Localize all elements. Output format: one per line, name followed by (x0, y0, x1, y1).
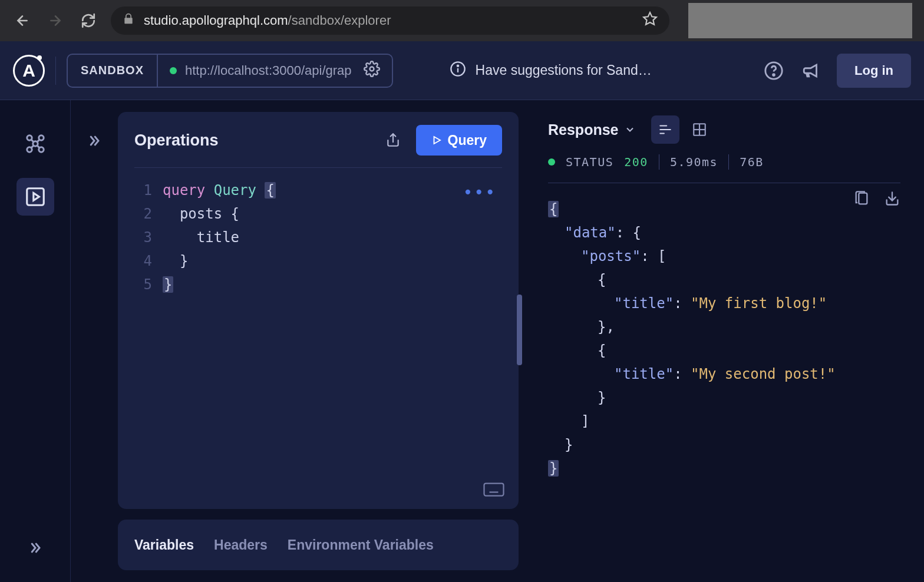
app-header: A SANDBOX http://localhost:3000/api/grap… (0, 41, 924, 100)
help-icon[interactable] (761, 58, 786, 83)
svg-rect-19 (484, 484, 504, 496)
expand-docs-button[interactable] (82, 128, 107, 153)
sandbox-endpoint[interactable]: http://localhost:3000/api/grap (158, 61, 392, 81)
run-button-label: Query (448, 133, 487, 148)
svg-point-8 (38, 135, 43, 140)
browser-extension-area (688, 3, 912, 38)
info-icon (450, 61, 466, 81)
left-rail (0, 100, 71, 582)
query-editor[interactable]: 1 2 3 4 5 query Query { posts { title }}… (134, 168, 502, 296)
status-code: 200 (624, 155, 648, 169)
status-dot-icon (548, 158, 555, 166)
svg-marker-17 (33, 193, 39, 201)
nav-back-button[interactable] (12, 10, 33, 31)
login-button[interactable]: Log in (837, 54, 911, 88)
editor-menu-button[interactable]: ••• (463, 181, 496, 204)
url-domain: studio.apollographql.com (144, 13, 288, 28)
response-size: 76B (740, 155, 764, 169)
svg-rect-16 (27, 189, 44, 206)
svg-line-12 (31, 140, 33, 141)
share-icon[interactable] (381, 128, 405, 153)
gear-icon[interactable] (364, 61, 380, 81)
keyboard-icon[interactable] (483, 482, 504, 500)
docs-collapse-column (71, 100, 118, 582)
svg-point-9 (27, 147, 31, 152)
svg-point-6 (773, 74, 775, 75)
url-bar[interactable]: studio.apollographql.com/sandbox/explore… (111, 6, 669, 35)
suggestions-banner[interactable]: Have suggestions for Sand… (450, 61, 652, 81)
separator (55, 57, 56, 85)
response-json-view-button[interactable] (651, 115, 679, 144)
svg-point-1 (369, 67, 374, 71)
response-time: 5.90ms (670, 155, 718, 169)
scrollbar-thumb[interactable] (517, 295, 522, 365)
announcement-icon[interactable] (799, 58, 824, 83)
endpoint-url-text: http://localhost:3000/api/grap (185, 63, 352, 78)
svg-line-14 (31, 146, 33, 147)
response-status-row: STATUS 200 5.90ms 76B (548, 154, 900, 183)
suggestions-text: Have suggestions for Sand… (476, 62, 652, 78)
tab-variables[interactable]: Variables (134, 537, 194, 553)
lock-icon (123, 13, 134, 28)
nav-reload-button[interactable] (78, 10, 99, 31)
operations-column: Operations Query 1 2 3 4 5 (118, 100, 519, 582)
svg-point-7 (27, 135, 31, 140)
tab-env-variables[interactable]: Environment Variables (288, 537, 434, 553)
svg-line-15 (37, 146, 39, 147)
connection-status-dot (170, 67, 177, 74)
response-header: Response (548, 115, 900, 144)
line-gutter: 1 2 3 4 5 (134, 178, 163, 296)
schema-nav-item[interactable] (16, 125, 54, 163)
response-title[interactable]: Response (548, 121, 636, 138)
variables-panel: Variables Headers Environment Variables (118, 520, 519, 570)
copy-icon[interactable] (853, 190, 870, 214)
run-query-button[interactable]: Query (416, 125, 502, 156)
sandbox-label: SANDBOX (68, 55, 158, 87)
svg-point-4 (457, 65, 458, 66)
svg-rect-31 (859, 193, 867, 204)
status-label: STATUS (566, 155, 613, 169)
tab-headers[interactable]: Headers (214, 537, 268, 553)
nav-forward-button[interactable] (45, 10, 66, 31)
main-area: Operations Query 1 2 3 4 5 (0, 100, 924, 582)
response-table-view-button[interactable] (685, 115, 714, 144)
bookmark-star-icon[interactable] (642, 11, 658, 30)
collapse-rail-button[interactable] (16, 529, 54, 567)
svg-point-11 (32, 141, 37, 146)
svg-point-10 (38, 147, 43, 152)
svg-marker-0 (644, 12, 656, 25)
download-icon[interactable] (884, 190, 900, 214)
code-body[interactable]: query Query { posts { title }} (163, 178, 276, 296)
url-path: /sandbox/explorer (288, 13, 391, 28)
sandbox-pill[interactable]: SANDBOX http://localhost:3000/api/grap (67, 54, 393, 88)
svg-line-13 (37, 140, 39, 141)
apollo-logo[interactable]: A (13, 55, 45, 87)
explorer-nav-item[interactable] (16, 178, 54, 216)
operations-title: Operations (134, 131, 219, 150)
browser-toolbar: studio.apollographql.com/sandbox/explore… (0, 0, 924, 41)
svg-marker-18 (434, 137, 440, 144)
response-body[interactable]: { "data": { "posts": [ { "title": "My fi… (548, 183, 900, 570)
response-column: Response STATUS 200 5.90ms 76B (519, 100, 924, 582)
chevron-down-icon (624, 124, 636, 135)
operations-panel: Operations Query 1 2 3 4 5 (118, 112, 519, 509)
